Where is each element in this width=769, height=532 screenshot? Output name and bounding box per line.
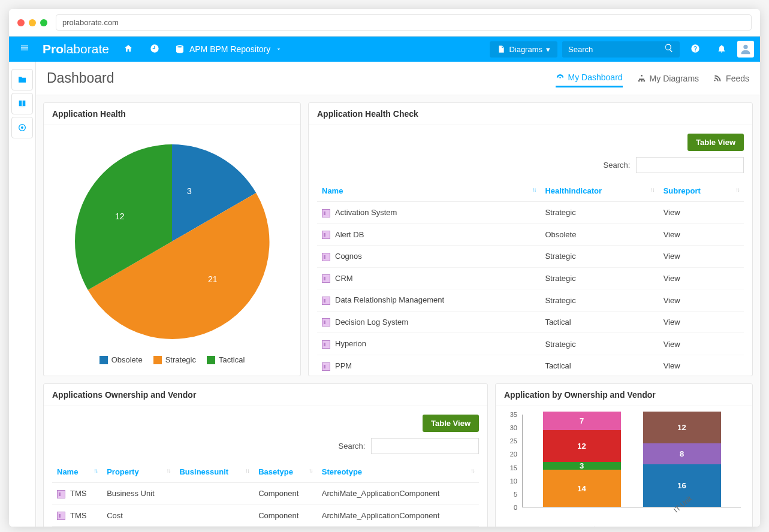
bell-icon[interactable] [711, 39, 732, 60]
repository-name: APM BPM Repository [189, 44, 270, 54]
url-bar[interactable]: prolaborate.com [56, 14, 752, 31]
ownership-table: Name↑↓ Property↑↓ Businessunit↑↓ Basetyp… [52, 461, 479, 527]
chevron-down-icon [275, 46, 282, 53]
x-label: Business Unit [560, 524, 599, 527]
tab-my-dashboard[interactable]: My Dashboard [556, 69, 623, 87]
topbar: Prolaborate APM BPM Repository Diagrams … [9, 37, 760, 62]
diagrams-dropdown[interactable]: Diagrams ▾ [490, 41, 557, 58]
sitemap-icon [637, 74, 646, 83]
table-search-row: Search: [317, 157, 744, 173]
panel-title: Application by Ownership and Vendor [496, 384, 752, 406]
table-row[interactable]: CognosStrategicView [317, 246, 744, 268]
help-icon[interactable] [684, 39, 706, 60]
legend-obsolete[interactable]: Obsolete [99, 355, 143, 364]
component-icon [322, 340, 330, 349]
col-base[interactable]: Basetype↑↓ [254, 461, 317, 483]
panel-title: Applications Ownership and Vendor [44, 384, 487, 406]
view-link[interactable]: View [664, 274, 680, 283]
search-input[interactable] [562, 41, 658, 58]
home-icon[interactable] [117, 39, 139, 60]
table-search-input[interactable] [636, 157, 744, 173]
view-link[interactable]: View [664, 208, 680, 217]
search-label: Search: [339, 442, 366, 451]
left-rail [9, 62, 36, 527]
dashboard-icon [556, 73, 565, 82]
view-link[interactable]: View [664, 230, 680, 239]
rail-book-icon[interactable] [11, 93, 33, 114]
page-title: Dashboard [47, 70, 114, 86]
search-label: Search: [604, 161, 631, 170]
minimize-window-icon[interactable] [29, 19, 36, 26]
view-link[interactable]: View [664, 318, 680, 327]
app-window: prolaborate.com Prolaborate APM BPM Repo… [9, 9, 760, 527]
col-property[interactable]: Property↑↓ [102, 461, 174, 483]
col-stereo[interactable]: Stereotype↑↓ [317, 461, 479, 483]
pie-value-obsolete: 3 [187, 186, 192, 196]
panel-title: Application Health Check [309, 103, 752, 125]
maximize-window-icon[interactable] [40, 19, 47, 26]
global-search [562, 41, 680, 58]
col-bu[interactable]: Businessunit↑↓ [174, 461, 254, 483]
table-row[interactable]: PPMTacticalView [317, 355, 744, 376]
panel-bar-chart: Application by Ownership and Vendor 0510… [495, 383, 753, 527]
tab-label: My Dashboard [568, 72, 623, 82]
logo[interactable]: Prolaborate [39, 42, 113, 56]
col-sub[interactable]: Subreport↑↓ [659, 180, 744, 202]
close-window-icon[interactable] [17, 19, 25, 26]
page-header: Dashboard My Dashboard My Diagrams Feeds [36, 62, 760, 95]
col-health[interactable]: Healthindicator↑↓ [540, 180, 658, 202]
bar-segment[interactable]: 7 [543, 412, 621, 430]
view-link[interactable]: View [664, 296, 680, 305]
rail-folder-icon[interactable] [11, 69, 33, 90]
bar-stack[interactable]: 143127 [543, 412, 621, 507]
file-icon [497, 45, 505, 53]
bar-segment[interactable]: 3 [543, 462, 621, 470]
table-row[interactable]: Data Relationship ManagementStrategicVie… [317, 289, 744, 312]
tab-feeds[interactable]: Feeds [713, 69, 749, 87]
table-row[interactable]: CRMStrategicView [317, 267, 744, 289]
bar-segment[interactable]: 12 [543, 430, 621, 462]
user-avatar[interactable] [737, 41, 754, 58]
bar-segment[interactable]: 8 [643, 443, 721, 464]
pie-value-tactical: 12 [115, 211, 125, 221]
search-icon[interactable] [658, 43, 680, 55]
hamburger-menu-icon[interactable] [15, 40, 34, 59]
caret-down-icon: ▾ [546, 45, 550, 54]
tab-my-diagrams[interactable]: My Diagrams [637, 69, 699, 87]
component-icon [57, 490, 65, 498]
view-link[interactable]: View [664, 361, 680, 370]
table-search-input[interactable] [371, 438, 479, 454]
pie-value-strategic: 21 [208, 274, 218, 284]
repository-selector[interactable]: APM BPM Repository [170, 42, 287, 56]
col-name[interactable]: Name↑↓ [317, 180, 540, 202]
table-row[interactable]: Activation SystemStrategicView [317, 202, 744, 224]
diagrams-label: Diagrams [509, 45, 542, 54]
browser-bar: prolaborate.com [9, 9, 760, 37]
clock-icon[interactable] [144, 39, 165, 60]
table-row[interactable]: Decision Log SystemTacticalView [317, 311, 744, 333]
content: Dashboard My Dashboard My Diagrams Feeds [9, 62, 760, 527]
table-view-button[interactable]: Table View [687, 134, 744, 151]
window-controls [17, 19, 47, 26]
pie-chart: 3 21 12 [64, 134, 280, 349]
col-name[interactable]: Name↑↓ [52, 461, 102, 483]
legend-strategic[interactable]: Strategic [153, 355, 196, 364]
main: Dashboard My Dashboard My Diagrams Feeds [36, 62, 760, 527]
component-icon [322, 362, 330, 371]
table-row[interactable]: HyperionStrategicView [317, 333, 744, 355]
component-icon [322, 274, 330, 283]
table-view-button[interactable]: Table View [423, 415, 479, 432]
rss-icon [713, 74, 722, 83]
tab-label: Feeds [726, 74, 749, 83]
bar-segment[interactable]: 12 [643, 412, 721, 443]
view-link[interactable]: View [664, 252, 680, 261]
rail-target-icon[interactable] [11, 117, 33, 138]
legend-tactical[interactable]: Tactical [207, 355, 245, 364]
table-row[interactable]: Alert DBObsoleteView [317, 223, 744, 246]
view-link[interactable]: View [664, 340, 680, 349]
health-table: Name↑↓ Healthindicator↑↓ Subreport↑↓ Act… [317, 180, 744, 376]
bar-segment[interactable]: 14 [543, 470, 621, 507]
table-row[interactable]: TMSBusiness UnitComponentArchiMate_Appli… [52, 483, 479, 505]
table-row[interactable]: TMSCostComponentArchiMate_ApplicationCom… [52, 504, 479, 527]
panel-ownership: Applications Ownership and Vendor Table … [43, 383, 488, 527]
